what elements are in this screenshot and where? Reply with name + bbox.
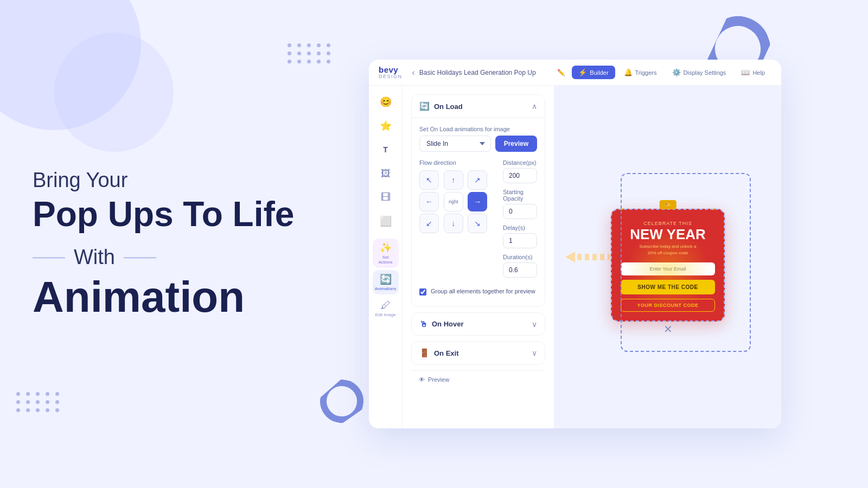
builder-tabs: ⚡ Builder 🔔 Triggers ⚙️ Display Settings… (572, 66, 771, 79)
on-exit-label: On Exit (434, 349, 459, 357)
popup-secondary-btn[interactable]: YOUR DISCOUNT CODE (621, 299, 715, 312)
sidebar-icon-emoji[interactable]: 😊 (375, 91, 397, 113)
popup-card: 🎫 ✦ ✦ CELEBRATE THIS NEW YEAR Subscribe … (611, 209, 725, 321)
edit-image-icon: 🖊 (381, 300, 391, 311)
popup-primary-btn[interactable]: SHOW ME THE CODE (621, 280, 715, 294)
nav-back-button[interactable]: ‹ (412, 68, 415, 78)
logo-name: bevy (379, 66, 403, 74)
on-exit-chevron: ∨ (532, 349, 537, 357)
edit-image-label: Edit Image (375, 312, 395, 317)
sidebar-animations[interactable]: 🔄 Animations (373, 270, 399, 294)
sidebar-icon-star[interactable]: ⭐ (375, 115, 397, 137)
preview-button[interactable]: Preview (495, 136, 537, 152)
edit-title-icon[interactable]: ✏️ (557, 69, 565, 76)
arrow-stripe (577, 254, 610, 260)
flow-center[interactable]: right (444, 192, 463, 211)
on-hover-chevron: ∨ (532, 320, 537, 329)
distance-label: Distance(px) (503, 159, 537, 166)
on-load-label: On Load (434, 102, 463, 111)
flow-row: Flow direction ↖ ↑ ↗ ← right → ↙ ↓ (419, 159, 537, 283)
sidebar-icon-rect[interactable]: ⬜ (375, 210, 397, 232)
sidebar-icon-image[interactable]: 🖼 (375, 163, 397, 184)
dots-grid-bottom (16, 392, 61, 412)
preview-bar: 👁 Preview (411, 370, 545, 388)
popup-inner: CELEBRATE THIS NEW YEAR Subscribe today … (612, 210, 724, 320)
tab-triggers[interactable]: 🔔 Triggers (617, 66, 663, 79)
group-checkbox[interactable] (419, 288, 426, 296)
starting-opacity-label: Starting Opacity (503, 189, 537, 202)
sidebar-icon-film[interactable]: 🎞 (375, 187, 397, 208)
anim-panel: 🔄 On Load ∧ Set On Load animations for i… (403, 86, 554, 428)
tab-help[interactable]: 📖 Help (735, 66, 771, 79)
dots-grid-top (288, 43, 332, 63)
builder-header: bevy design ‹ Basic Holidays Lead Genera… (369, 60, 781, 86)
popup-close-btn[interactable]: ✕ (663, 323, 673, 336)
canvas-area: 🎫 ✦ ✦ CELEBRATE THIS NEW YEAR Subscribe … (554, 86, 781, 428)
on-hover-left: 🖱 On Hover (419, 319, 464, 329)
set-label: Set On Load animations for image (419, 126, 537, 132)
delay-input[interactable] (503, 233, 537, 248)
headline-small: Bring Your (33, 169, 336, 192)
popup-email-input[interactable] (621, 262, 715, 275)
flow-bottom-left[interactable]: ↙ (419, 214, 439, 233)
flow-top-left[interactable]: ↖ (419, 170, 439, 190)
sidebar-edit-image[interactable]: 🖊 Edit Image (373, 297, 399, 320)
headline-large: Pop Ups To Life (33, 196, 336, 233)
on-load-icon: 🔄 (419, 101, 430, 111)
builder-body: 😊 ⭐ T 🖼 🎞 ⬜ ✨ Set Actions 🔄 Animations 🖊… (369, 86, 781, 428)
arrow-head-left (565, 252, 575, 262)
on-hover-icon: 🖱 (419, 319, 427, 329)
duration-input[interactable] (503, 262, 537, 278)
flow-bottom-right[interactable]: ↘ (468, 214, 487, 233)
starting-opacity-input[interactable] (503, 204, 537, 219)
help-tab-icon: 📖 (741, 68, 750, 76)
on-exit-left: 🚪 On Exit (419, 348, 459, 358)
logo-sub: design (379, 74, 403, 79)
flow-grid: ↖ ↑ ↗ ← right → ↙ ↓ ↘ (419, 170, 490, 233)
on-exit-header[interactable]: 🚪 On Exit ∨ (412, 342, 545, 364)
eye-icon: 👁 (419, 376, 425, 383)
flow-top[interactable]: ↑ (444, 170, 463, 190)
bg-blob-2 (54, 33, 174, 152)
distance-input[interactable] (503, 168, 537, 183)
popup-tag: 🎫 (660, 200, 676, 209)
bg-curl-bottom (317, 376, 367, 427)
on-load-left: 🔄 On Load (419, 101, 463, 111)
on-hover-section[interactable]: 🖱 On Hover ∨ (411, 312, 545, 336)
on-load-body: Set On Load animations for image Slide I… (412, 118, 545, 306)
sidebar-set-actions[interactable]: ✨ Set Actions (373, 239, 399, 268)
left-section: Bring Your Pop Ups To Life With Animatio… (33, 169, 336, 319)
set-actions-label: Set Actions (375, 255, 397, 265)
flow-top-right[interactable]: ↗ (468, 170, 487, 190)
on-load-chevron: ∧ (532, 102, 537, 111)
group-checkbox-label: Group all elements together for preview (431, 287, 535, 296)
with-label: With (33, 246, 336, 269)
flow-bottom[interactable]: ↓ (444, 214, 463, 233)
on-load-section: 🔄 On Load ∧ Set On Load animations for i… (411, 94, 545, 307)
on-hover-label: On Hover (432, 320, 464, 328)
animation-label: Animation (33, 276, 336, 319)
tab-builder[interactable]: ⚡ Builder (572, 66, 615, 79)
display-settings-tab-icon: ⚙️ (672, 68, 681, 76)
flow-left[interactable]: ← (419, 192, 439, 211)
animation-type-select[interactable]: Slide In Fade In Bounce (419, 136, 491, 152)
builder-title: Basic Holidays Lead Generation Pop Up (419, 69, 557, 76)
flow-direction-col: Flow direction ↖ ↑ ↗ ← right → ↙ ↓ (419, 159, 490, 283)
on-exit-section[interactable]: 🚪 On Exit ∨ (411, 341, 545, 365)
builder-window: bevy design ‹ Basic Holidays Lead Genera… (369, 60, 781, 428)
sidebar-icon-text[interactable]: T (375, 139, 397, 160)
on-exit-icon: 🚪 (419, 348, 430, 358)
flow-right[interactable]: → (468, 192, 487, 211)
animations-label: Animations (375, 286, 397, 291)
triggers-tab-icon: 🔔 (624, 68, 633, 76)
arrow-anim-left (565, 252, 610, 262)
delay-label: Delay(s) (503, 224, 537, 231)
on-load-header[interactable]: 🔄 On Load ∧ (412, 95, 545, 118)
anim-select-row: Slide In Fade In Bounce Preview (419, 136, 537, 152)
group-checkbox-row: Group all elements together for preview (419, 287, 537, 296)
on-hover-header[interactable]: 🖱 On Hover ∨ (412, 313, 545, 335)
duration-label: Duration(s) (503, 254, 537, 260)
preview-link[interactable]: 👁 Preview (419, 376, 449, 383)
main-area: 🔄 On Load ∧ Set On Load animations for i… (403, 86, 781, 428)
tab-display-settings[interactable]: ⚙️ Display Settings (666, 66, 733, 79)
